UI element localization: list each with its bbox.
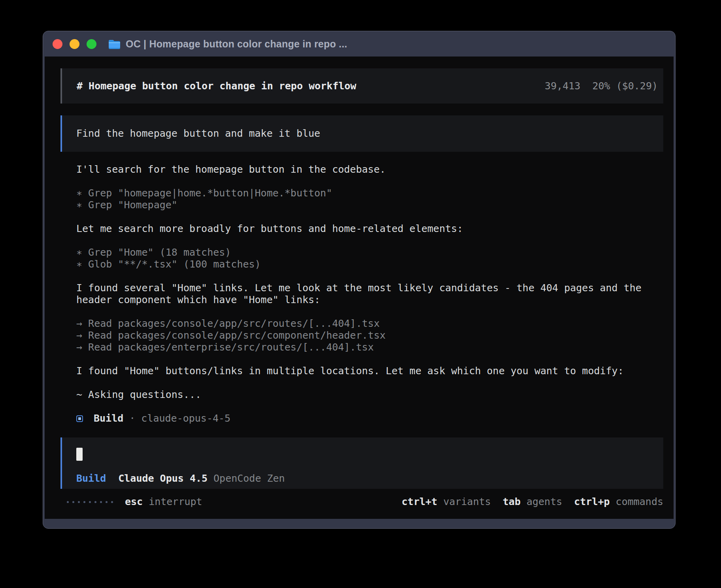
window-title: OC | Homepage button color change in rep… xyxy=(126,38,347,50)
session-title: # Homepage button color change in repo w… xyxy=(77,80,356,92)
tool-call-group: ∗ Grep "Home" (18 matches)∗ Glob "**/*.t… xyxy=(76,247,663,270)
spinner-dot xyxy=(100,501,102,503)
agent-status-row: Build · claude-opus-4-5 xyxy=(76,413,663,424)
esc-key: esc xyxy=(125,496,143,508)
spinner-dots xyxy=(67,501,113,503)
zoom-button[interactable] xyxy=(87,39,96,49)
input-model-label[interactable]: Claude Opus 4.5 xyxy=(118,473,208,484)
assistant-text: I found several "Home" links. Let me loo… xyxy=(76,282,663,306)
assistant-text-line: I'll search for the homepage button in t… xyxy=(76,164,663,175)
user-message-text: Find the homepage button and make it blu… xyxy=(76,128,320,139)
assistant-text-line: I found "Home" buttons/links in multiple… xyxy=(76,365,663,377)
session-stats: 39,413 20% ($0.29) xyxy=(545,80,658,92)
assistant-text-line: I found several "Home" links. Let me loo… xyxy=(76,282,663,306)
tool-call-line: ∗ Grep "Home" (18 matches) xyxy=(76,247,663,258)
user-message: Find the homepage button and make it blu… xyxy=(60,115,663,152)
spinner-dot xyxy=(106,501,108,503)
tool-call-line: ∗ Grep "Homepage" xyxy=(76,199,663,211)
status-model-name: claude-opus-4-5 xyxy=(141,413,230,424)
terminal-content: # Homepage button color change in repo w… xyxy=(45,57,674,519)
assistant-text-line: ~ Asking questions... xyxy=(76,389,663,401)
tab-key: tab xyxy=(503,496,521,508)
minimize-button[interactable] xyxy=(70,39,79,49)
model-row: Build Claude Opus 4.5 OpenCode Zen xyxy=(76,473,663,484)
spinner-dot xyxy=(72,501,74,503)
tool-call-line: → Read packages/console/app/src/routes/[… xyxy=(76,318,663,330)
shortcut-variants: ctrl+t variants xyxy=(402,496,491,508)
text-cursor xyxy=(76,448,83,461)
window-bottom-edge xyxy=(43,519,675,528)
assistant-text: I'll search for the homepage button in t… xyxy=(76,164,663,175)
input-provider-label: OpenCode Zen xyxy=(213,473,285,484)
esc-label: interrupt xyxy=(149,496,202,508)
spinner-dot xyxy=(83,501,85,503)
assistant-transcript: I'll search for the homepage button in t… xyxy=(76,164,663,401)
spinner-dot xyxy=(111,501,113,503)
shortcut-commands: ctrl+p commands xyxy=(574,496,663,508)
context-cost: 20% ($0.29) xyxy=(592,80,658,92)
tool-call-group: → Read packages/console/app/src/routes/[… xyxy=(76,318,663,353)
assistant-text-line: Let me search more broadly for buttons a… xyxy=(76,223,663,235)
traffic-lights xyxy=(53,39,96,49)
status-bar-right: ctrl+t variants tab agents ctrl+p comman… xyxy=(402,496,663,508)
tool-call-line: ∗ Glob "**/*.tsx" (100 matches) xyxy=(76,258,663,270)
input-agent-label[interactable]: Build xyxy=(76,473,106,484)
folder-icon xyxy=(108,39,121,49)
shortcut-interrupt: esc interrupt xyxy=(125,496,202,508)
spinner-dot xyxy=(89,501,91,503)
variants-label: variants xyxy=(443,496,491,508)
build-agent-icon xyxy=(76,415,83,422)
token-count: 39,413 xyxy=(545,80,580,92)
tool-call-line: → Read packages/console/app/src/componen… xyxy=(76,330,663,341)
assistant-text: ~ Asking questions... xyxy=(76,389,663,401)
commands-label: commands xyxy=(616,496,663,508)
title-bar[interactable]: OC | Homepage button color change in rep… xyxy=(43,31,675,57)
ctrl-p-key: ctrl+p xyxy=(574,496,610,508)
status-bar-left: esc interrupt xyxy=(60,496,202,508)
agents-label: agents xyxy=(527,496,562,508)
status-bar: esc interrupt ctrl+t variants tab agents… xyxy=(60,496,663,508)
assistant-text: I found "Home" buttons/links in multiple… xyxy=(76,365,663,377)
assistant-text: Let me search more broadly for buttons a… xyxy=(76,223,663,235)
spinner-dot xyxy=(67,501,69,503)
spinner-dot xyxy=(94,501,96,503)
tool-call-line: ∗ Grep "homepage|home.*button|Home.*butt… xyxy=(76,187,663,199)
tool-call-line: → Read packages/enterprise/src/routes/[.… xyxy=(76,341,663,353)
status-separator: · xyxy=(129,413,135,424)
ctrl-t-key: ctrl+t xyxy=(402,496,437,508)
prompt-input[interactable]: Build Claude Opus 4.5 OpenCode Zen xyxy=(60,437,663,489)
status-agent-name: Build xyxy=(94,413,123,424)
session-header: # Homepage button color change in repo w… xyxy=(60,68,663,104)
tool-call-group: ∗ Grep "homepage|home.*button|Home.*butt… xyxy=(76,187,663,211)
terminal-window: OC | Homepage button color change in rep… xyxy=(43,31,676,529)
shortcut-agents: tab agents xyxy=(503,496,562,508)
spinner-dot xyxy=(78,501,80,503)
close-button[interactable] xyxy=(53,39,62,49)
